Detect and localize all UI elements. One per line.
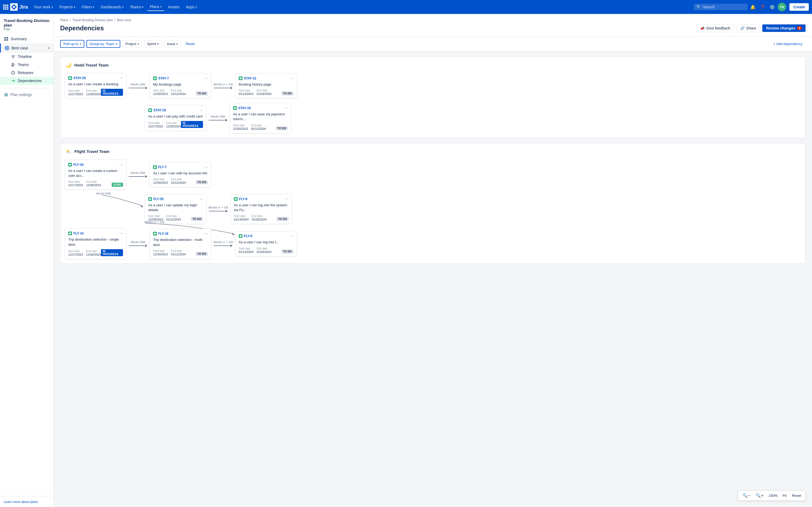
page-header: Plans / Travel Booking Division plan / B…	[54, 14, 812, 37]
arrow-fly24-fly7: blocks (0d)	[126, 171, 150, 178]
notifications-button[interactable]: 🔔	[749, 3, 757, 11]
more-options-icon[interactable]: ···	[285, 197, 288, 201]
card-id-text: STAY-12	[244, 76, 256, 80]
more-options-icon[interactable]: ···	[200, 197, 203, 201]
breadcrumb: Plans / Travel Booking Division plan / B…	[60, 18, 806, 22]
svg-rect-7	[11, 56, 15, 56]
card-id-text: STAY-19	[153, 108, 166, 112]
dep-card-stay-12[interactable]: STAY-12 ··· Booking history page Start d…	[235, 73, 297, 99]
flight-team-header: ⛅ Flight Travel Team	[65, 148, 801, 155]
dep-card-stay-25[interactable]: STAY-25 ··· As a user I can create a boo…	[65, 73, 126, 99]
review-changes-button[interactable]: Review changes 2	[762, 24, 806, 32]
status-badge: TO DO	[196, 252, 208, 256]
avatar[interactable]: TK	[778, 3, 786, 11]
dep-card-stay-7[interactable]: STAY-7 ··· My bookings page Start date12…	[150, 73, 211, 99]
dep-card-fly-16[interactable]: FLY-16 ··· Trip destination selection - …	[150, 229, 211, 259]
svg-rect-3	[4, 39, 6, 41]
card-id-text: FLY-9	[244, 234, 252, 238]
settings-button[interactable]: ⚙️	[768, 3, 776, 11]
zoom-reset-button[interactable]: Reset	[790, 493, 803, 499]
status-badge: TO DO	[276, 217, 289, 221]
more-options-icon[interactable]: ···	[284, 106, 288, 110]
nav-your-work[interactable]: Your work ▾	[31, 3, 56, 11]
more-options-icon[interactable]: ···	[204, 231, 208, 236]
more-options-icon[interactable]: ···	[290, 234, 293, 238]
svg-marker-14	[232, 233, 235, 235]
dep-card-stay-18[interactable]: STAY-18 ··· As a user I can save my paym…	[230, 103, 291, 133]
create-button[interactable]: Create	[790, 3, 809, 11]
sidebar-item-releases[interactable]: Releases	[0, 69, 53, 77]
give-feedback-button[interactable]: 📣 Give feedback	[697, 24, 734, 32]
card-id-text: STAY-25	[73, 76, 86, 80]
rollup-filter[interactable]: Roll-up to ▾	[60, 40, 84, 48]
more-options-icon[interactable]: ···	[119, 163, 123, 167]
group-by-filter[interactable]: Group by: Team ▾	[87, 40, 120, 48]
dep-card-fly-14[interactable]: FLY-14 ··· Trip destination selection - …	[65, 228, 126, 259]
review-badge: 2	[797, 26, 802, 30]
card-title: As a user I can create a custom user acc…	[68, 168, 123, 178]
nav-plans[interactable]: Plans ▾	[147, 3, 164, 11]
curved-arrow-label-1: blocks (0d)	[96, 192, 111, 195]
sidebar-item-dependencies[interactable]: Dependencies	[0, 77, 53, 85]
dep-card-fly-25[interactable]: FLY-25 ··· As a user I can update my log…	[145, 194, 206, 224]
nav-apps[interactable]: Apps ▾	[183, 3, 200, 11]
zoom-out-button[interactable]: 🔍−	[740, 492, 752, 499]
more-options-icon[interactable]: ···	[290, 76, 293, 80]
breadcrumb-plans[interactable]: Plans	[60, 18, 68, 22]
sidebar-item-timeline[interactable]: Timeline	[0, 53, 53, 61]
project-filter[interactable]: Project ▾	[122, 40, 142, 48]
breadcrumb-plan[interactable]: Travel Booking Division plan	[72, 18, 113, 22]
story-icon	[153, 232, 157, 235]
zoom-controls: 🔍− 🔍+ 100% Fit Reset	[738, 491, 806, 501]
issue-filter[interactable]: Issue ▾	[164, 40, 181, 48]
apps-grid-icon[interactable]	[3, 5, 8, 9]
sidebar-item-plan-settings[interactable]: ⚙️ Plan settings	[0, 91, 53, 99]
sprint-filter[interactable]: Sprint ▾	[144, 40, 162, 48]
status-badge: IN PROGRESS	[181, 121, 203, 128]
status-badge: IN PROGRESS	[101, 249, 123, 256]
card-title: As a user I can pay with credit card	[148, 114, 203, 119]
chevron-down-icon: ▾	[48, 46, 50, 50]
sidebar-item-teams[interactable]: Teams	[0, 61, 53, 69]
more-options-icon[interactable]: ···	[204, 165, 208, 169]
more-options-icon[interactable]: ···	[119, 231, 123, 235]
dep-card-fly-6[interactable]: FLY-6 ··· As a user I can log into the s…	[231, 194, 292, 224]
nav-teams[interactable]: Teams ▾	[127, 3, 146, 11]
chevron-down-icon: ▾	[138, 42, 139, 45]
more-options-icon[interactable]: ···	[200, 108, 203, 112]
nav-projects[interactable]: Projects ▾	[57, 3, 78, 11]
search-button[interactable]: 🔍 Search	[694, 4, 748, 10]
card-id-text: FLY-6	[239, 197, 248, 201]
share-button[interactable]: 🔗 Share	[737, 24, 760, 32]
svg-marker-13	[141, 205, 143, 207]
grid-icon	[4, 37, 9, 41]
reset-filter-button[interactable]: Reset	[183, 41, 197, 47]
hotel-team-section: 🌙 Hotel Travel Team STAY-25	[60, 57, 806, 138]
add-dependency-button[interactable]: + Add dependency	[770, 40, 806, 48]
nav-assets[interactable]: Assets	[165, 3, 182, 11]
dep-card-fly-24[interactable]: FLY-24 ··· As a user I can create a cust…	[65, 160, 126, 190]
share-icon: 🔗	[740, 26, 745, 30]
chevron-down-icon: ▾	[116, 42, 117, 45]
more-options-icon[interactable]: ···	[204, 76, 208, 80]
zoom-in-button[interactable]: 🔍+	[754, 492, 766, 499]
flight-dep-row-3: blocks (+ < 1d) FLY-14	[65, 228, 801, 259]
chevron-down-icon: ▾	[122, 6, 123, 9]
nav-filters[interactable]: Filters ▾	[79, 3, 97, 11]
dep-card-fly-9[interactable]: FLY-9 ··· As a user I can log into t... …	[235, 231, 297, 256]
dep-card-fly-7[interactable]: FLY-7 ··· As I user I can edit my accoun…	[150, 162, 211, 187]
dep-card-stay-19[interactable]: STAY-19 ··· As a user I can pay with cre…	[145, 105, 206, 131]
jira-logo[interactable]: Jira	[10, 3, 28, 11]
nav-dashboards[interactable]: Dashboards ▾	[98, 3, 126, 11]
svg-point-6	[6, 47, 8, 49]
sidebar-item-best-case[interactable]: Best case ▾	[0, 44, 53, 53]
zoom-fit-button[interactable]: Fit	[780, 493, 789, 499]
svg-rect-4	[6, 39, 8, 41]
more-options-icon[interactable]: ···	[119, 76, 123, 80]
sidebar-item-summary[interactable]: Summary	[0, 34, 53, 44]
learn-more-link[interactable]: Learn more about plans	[4, 500, 38, 504]
help-button[interactable]: ❓	[758, 3, 767, 11]
status-badge: TO DO	[196, 92, 208, 96]
zoom-out-icon: 🔍−	[743, 493, 750, 498]
page-title-row: Dependencies 📣 Give feedback 🔗 Share Rev…	[60, 24, 806, 37]
